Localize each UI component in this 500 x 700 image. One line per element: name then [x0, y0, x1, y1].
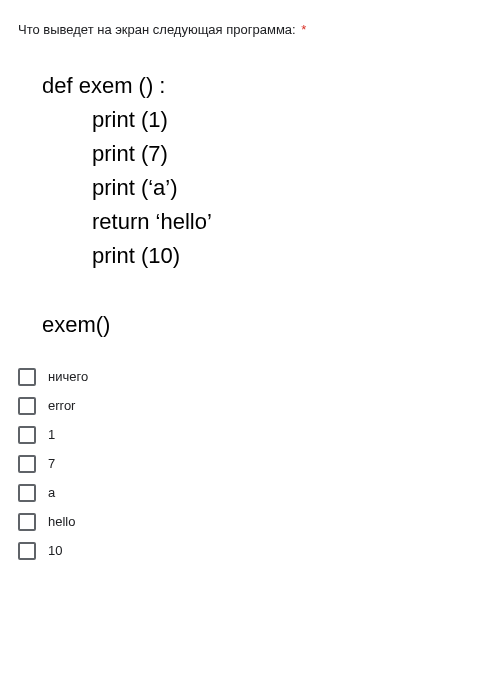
- option-label: error: [48, 398, 75, 413]
- checkbox[interactable]: [18, 484, 36, 502]
- checkbox[interactable]: [18, 513, 36, 531]
- option-label: a: [48, 485, 55, 500]
- option-label: 10: [48, 543, 62, 558]
- option-label: hello: [48, 514, 75, 529]
- code-line: print (10): [42, 239, 482, 273]
- option-row: hello: [18, 513, 482, 531]
- option-row: a: [18, 484, 482, 502]
- code-line: print (7): [42, 137, 482, 171]
- option-row: 10: [18, 542, 482, 560]
- checkbox[interactable]: [18, 455, 36, 473]
- code-line: print (1): [42, 103, 482, 137]
- code-line: exem(): [42, 308, 482, 342]
- option-row: 7: [18, 455, 482, 473]
- checkbox[interactable]: [18, 426, 36, 444]
- option-row: 1: [18, 426, 482, 444]
- option-label: 1: [48, 427, 55, 442]
- code-line: def exem () :: [42, 69, 482, 103]
- checkbox[interactable]: [18, 397, 36, 415]
- options-group: ничего error 1 7 a hello 10: [18, 368, 482, 560]
- option-row: ничего: [18, 368, 482, 386]
- code-line: print (‘a’): [42, 171, 482, 205]
- question-text: Что выведет на экран следующая программа…: [18, 22, 296, 37]
- required-asterisk: *: [301, 22, 306, 37]
- option-label: 7: [48, 456, 55, 471]
- option-row: error: [18, 397, 482, 415]
- option-label: ничего: [48, 369, 88, 384]
- checkbox[interactable]: [18, 368, 36, 386]
- code-line: return ‘hello’: [42, 205, 482, 239]
- checkbox[interactable]: [18, 542, 36, 560]
- code-line: [42, 274, 482, 308]
- code-block: def exem () : print (1) print (7) print …: [42, 69, 482, 342]
- question-header: Что выведет на экран следующая программа…: [18, 22, 482, 37]
